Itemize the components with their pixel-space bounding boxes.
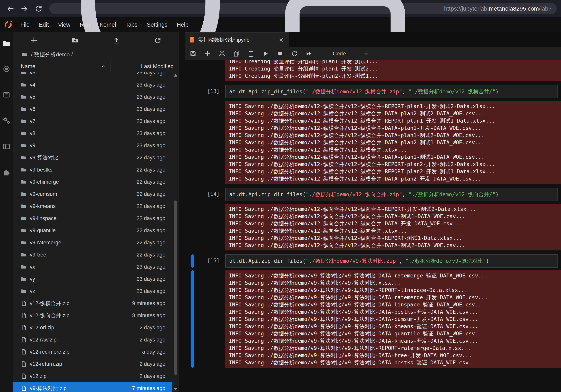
new-launcher-button[interactable] xyxy=(30,37,38,44)
file-row[interactable]: v9-算法对比 22 days ago xyxy=(13,152,172,164)
running-sessions-icon[interactable] xyxy=(2,65,11,73)
menu-item-view[interactable]: View xyxy=(54,17,75,32)
refresh-file-list-button[interactable] xyxy=(154,37,162,44)
file-row[interactable]: vz 23 days ago xyxy=(13,285,172,297)
insert-cell-button[interactable] xyxy=(204,50,211,57)
extensions-puzzle-icon[interactable] xyxy=(2,168,11,176)
scrollbar-thumb[interactable] xyxy=(174,200,177,375)
file-modified: 2 days ago xyxy=(140,373,165,379)
cell-editor[interactable]: at.dt.Api.zip_dir_files("./数据分析demo/v12-… xyxy=(225,188,558,201)
file-row[interactable]: v12-纵向合并.zip 8 minutes ago xyxy=(13,309,172,321)
browser-forward-button[interactable] xyxy=(18,2,31,15)
file-row[interactable]: vy 23 days ago xyxy=(13,273,172,285)
cut-button[interactable] xyxy=(219,50,225,57)
file-row[interactable]: v9-tree 22 days ago xyxy=(13,249,172,261)
file-row[interactable]: v12-纵横合并.zip 9 minutes ago xyxy=(13,297,172,309)
file-row[interactable]: v12-raw.zip 2 days ago xyxy=(13,334,172,346)
file-row[interactable]: v9-chimerge 22 days ago xyxy=(13,176,172,188)
url-domain: .metanoia8295.com xyxy=(487,5,539,12)
file-row[interactable]: v7 23 days ago xyxy=(13,115,172,127)
save-button[interactable] xyxy=(190,50,196,57)
breadcrumb[interactable]: / 数据分析demo / xyxy=(13,49,179,61)
settings-gears-icon[interactable] xyxy=(2,117,11,124)
output-collapser[interactable] xyxy=(191,60,194,81)
file-row[interactable]: vx 23 days ago xyxy=(13,261,172,273)
file-browser-icon[interactable] xyxy=(2,39,11,47)
file-name: v6 xyxy=(30,106,35,112)
scrollbar-up-arrow[interactable] xyxy=(174,74,177,77)
file-row[interactable]: v6 23 days ago xyxy=(13,103,172,115)
menu-item-run[interactable]: Run xyxy=(75,17,95,32)
restart-run-all-button[interactable] xyxy=(306,50,312,57)
notebook-tab[interactable]: 零门槛数据分析.ipynb × xyxy=(185,32,289,47)
output-line: INFO Saving ./数据分析demo/v12-纵横合并/v12-纵横合并… xyxy=(229,110,561,117)
layout-icon[interactable] xyxy=(2,143,11,150)
output-collapser[interactable] xyxy=(191,204,194,250)
file-row[interactable]: v9 23 days ago xyxy=(13,139,172,152)
file-row[interactable]: v9-kmeans 22 days ago xyxy=(13,200,172,212)
file-row[interactable]: v9-quantile 22 days ago xyxy=(13,224,172,237)
upload-button[interactable] xyxy=(113,37,120,44)
file-list-scrollbar[interactable] xyxy=(173,74,178,391)
cell-collapser[interactable] xyxy=(191,85,194,98)
code-cell[interactable]: [15]:at.dt.Api.zip_dir_files("./数据分析demo… xyxy=(191,254,560,268)
cell-editor[interactable]: at.dt.Api.zip_dir_files("./数据分析demo/v9-算… xyxy=(225,254,558,268)
output-line: INFO Creating 变量评估-分组详情-plan1-开发-测试1... xyxy=(229,60,561,65)
file-row[interactable]: v12.zip 2 days ago xyxy=(13,370,172,382)
file-row[interactable]: v12-rec-more.zip a day ago xyxy=(13,346,172,358)
file-row[interactable]: v9-bestks 22 days ago xyxy=(13,164,172,176)
cell-type-dropdown[interactable]: Code xyxy=(333,51,368,57)
output-prompt xyxy=(196,270,225,368)
file-name: v12-return.zip xyxy=(30,361,62,367)
file-row[interactable]: v8 23 days ago xyxy=(13,127,172,139)
file-row[interactable]: v12-ori.zip 2 days ago xyxy=(13,321,172,334)
menu-item-settings[interactable]: Settings xyxy=(142,17,172,32)
file-name: v12.zip xyxy=(30,373,47,379)
output-line: INFO Saving ./数据分析demo/v9-算法对比/v9-算法对比-D… xyxy=(229,301,561,308)
paste-button[interactable] xyxy=(248,50,254,57)
file-row[interactable]: v9-linspace 22 days ago xyxy=(13,212,172,224)
code-token: at.dt.Api.zip_dir_files( xyxy=(229,191,306,197)
code-cell[interactable]: [14]:at.dt.Api.zip_dir_files("./数据分析demo… xyxy=(191,188,560,201)
file-row[interactable]: v9-ratemerge 22 days ago xyxy=(13,237,172,249)
column-header-name[interactable]: Name xyxy=(13,61,111,72)
browser-refresh-button[interactable] xyxy=(32,2,45,15)
panel-divider[interactable] xyxy=(179,32,185,392)
scrollbar-down-arrow[interactable] xyxy=(174,388,177,391)
property-inspector-icon[interactable] xyxy=(2,91,11,99)
restart-kernel-button[interactable] xyxy=(291,50,298,57)
copy-button[interactable] xyxy=(233,50,240,57)
file-row[interactable]: v5 23 days ago xyxy=(13,91,172,103)
file-row[interactable]: v4 23 days ago xyxy=(13,79,172,91)
address-bar[interactable]: https://jupyterlab.metanoia8295.com/lab? xyxy=(49,3,557,14)
file-row[interactable]: v3 23 days ago xyxy=(13,72,172,79)
breadcrumb-path[interactable]: / 数据分析demo / xyxy=(31,51,73,58)
browser-chrome: https://jupyterlab.metanoia8295.com/lab? xyxy=(0,0,561,17)
menu-item-file[interactable]: File xyxy=(16,17,34,32)
menu-item-tabs[interactable]: Tabs xyxy=(121,17,142,32)
file-row[interactable]: v9-算法对比.zip 7 minutes ago xyxy=(13,382,172,392)
file-modified: 22 days ago xyxy=(137,155,165,161)
file-row[interactable]: v12-return.zip 2 days ago xyxy=(13,358,172,370)
menu-item-help[interactable]: Help xyxy=(172,17,193,32)
browser-back-button[interactable] xyxy=(4,2,16,15)
menu-item-edit[interactable]: Edit xyxy=(34,17,54,32)
output-line: INFO Saving ./数据分析demo/v9-算法对比/v9-算法对比.x… xyxy=(229,279,561,287)
stop-button[interactable] xyxy=(277,50,283,57)
tab-close-icon[interactable]: × xyxy=(278,36,285,44)
output-collapser[interactable] xyxy=(191,270,194,368)
folder-icon xyxy=(21,179,27,185)
file-row[interactable]: v9-cumsum 22 days ago xyxy=(13,188,172,200)
cell-editor[interactable]: at.dt.Api.zip_dir_files("./数据分析demo/v12-… xyxy=(225,85,558,98)
file-modified: 23 days ago xyxy=(137,106,165,112)
cell-collapser[interactable] xyxy=(191,254,194,268)
new-folder-button[interactable] xyxy=(72,37,79,44)
code-cell[interactable]: [13]:at.dt.Api.zip_dir_files("./数据分析demo… xyxy=(191,85,560,98)
column-header-modified[interactable]: Last Modified xyxy=(111,63,179,70)
file-browser-panel: / 数据分析demo / Name Last Modified v3 23 da… xyxy=(13,32,179,392)
cell-collapser[interactable] xyxy=(191,188,194,201)
home-folder-icon[interactable] xyxy=(21,52,27,58)
menu-item-kernel[interactable]: Kernel xyxy=(95,17,121,32)
run-button[interactable] xyxy=(262,50,269,57)
output-collapser[interactable] xyxy=(191,101,194,184)
